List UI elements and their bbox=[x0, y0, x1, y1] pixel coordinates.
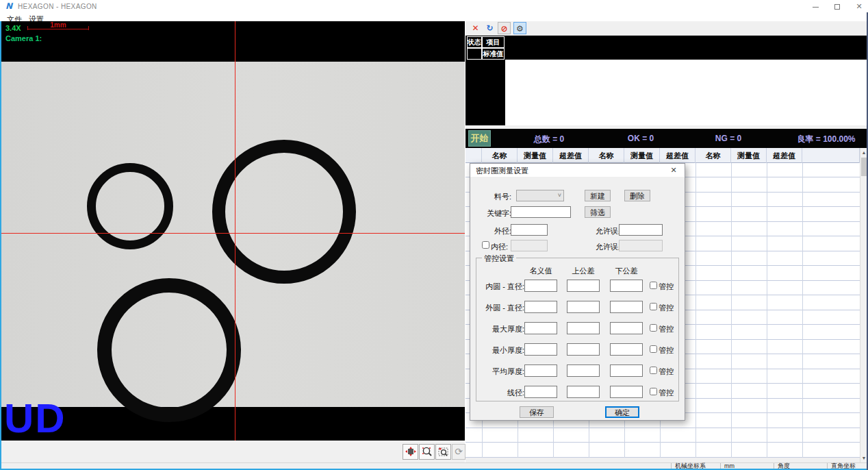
min-thickness-label: 最小厚度: bbox=[481, 345, 524, 356]
wire-diameter-control-checkbox[interactable] bbox=[650, 388, 657, 395]
wire-diameter-lower-tol-input[interactable] bbox=[610, 386, 643, 398]
max-thickness-label: 最大厚度: bbox=[481, 324, 524, 334]
save-button[interactable]: 保存 bbox=[520, 406, 554, 418]
stat-item: NG = 0 bbox=[715, 134, 741, 143]
stat-item: OK = 0 bbox=[628, 134, 654, 143]
grid-vertical-line bbox=[767, 163, 767, 458]
magnification-label: 3.4X bbox=[5, 24, 21, 32]
refresh-view-button-disabled: ⟳ bbox=[452, 444, 465, 460]
min-thickness-control-checkbox[interactable] bbox=[650, 345, 657, 353]
results-table-header: 名称测量值超差值名称测量值超差值名称测量值超差值 bbox=[465, 148, 860, 163]
outer-diameter-input[interactable] bbox=[511, 224, 548, 236]
minimize-button[interactable] bbox=[806, 0, 824, 12]
min-thickness-control-label: 管控 bbox=[659, 345, 674, 356]
max-thickness-control-checkbox[interactable] bbox=[650, 324, 657, 332]
results-table-footer bbox=[465, 458, 867, 462]
outer-circle-diameter-nominal-input[interactable] bbox=[524, 301, 557, 313]
filter-button[interactable]: 筛选 bbox=[585, 206, 611, 218]
avg-thickness-control-label: 管控 bbox=[659, 367, 674, 377]
program-header-band bbox=[465, 36, 867, 60]
settings-gear-button[interactable]: ⚙ bbox=[513, 22, 526, 34]
control-settings-group: 管控设置 名义值上公差下公差内圆 - 直径:管控外圆 - 直径:管控最大厚度:管… bbox=[476, 258, 679, 401]
camera-viewport: 3.4X 1mm Camera 1: UD bbox=[1, 21, 465, 441]
camera-image bbox=[1, 62, 465, 407]
scrollbar-thumb[interactable] bbox=[861, 158, 867, 176]
region-zoom-button[interactable] bbox=[435, 444, 451, 460]
outer-diameter-label: 外径: bbox=[476, 226, 511, 236]
tolerance-column-header: 下公差 bbox=[610, 266, 643, 276]
disable-item-button[interactable]: ⊘ bbox=[498, 22, 511, 34]
tolerance-column-header: 上公差 bbox=[567, 266, 600, 276]
grid-vertical-line bbox=[802, 163, 803, 458]
scale-tick-left bbox=[27, 26, 28, 30]
inner-circle-diameter-control-checkbox[interactable] bbox=[650, 282, 657, 289]
delete-item-button[interactable]: ✕ bbox=[469, 22, 482, 34]
delete-button[interactable]: 删除 bbox=[624, 190, 650, 201]
seal-ring-small bbox=[87, 163, 173, 249]
control-settings-title: 管控设置 bbox=[482, 253, 516, 264]
dialog-close-button[interactable]: ✕ bbox=[664, 164, 683, 177]
avg-thickness-upper-tol-input[interactable] bbox=[567, 364, 600, 377]
inner-circle-diameter-upper-tol-input[interactable] bbox=[567, 280, 600, 292]
outer-tolerance-input[interactable] bbox=[619, 224, 663, 236]
restore-icon bbox=[834, 4, 840, 10]
results-column-header: 超差值 bbox=[660, 148, 695, 163]
dialog-title-bar: 密封圈测量设置 ✕ bbox=[470, 164, 685, 177]
region-zoom-icon bbox=[438, 447, 449, 457]
min-thickness-lower-tol-input[interactable] bbox=[610, 343, 643, 356]
max-thickness-control-label: 管控 bbox=[659, 324, 674, 334]
results-column-header: 名称 bbox=[482, 148, 518, 163]
seal-ring-large bbox=[212, 140, 356, 284]
program-item-area: 状态项目标准值 bbox=[465, 36, 867, 125]
avg-thickness-label: 平均厚度: bbox=[481, 367, 524, 377]
min-thickness-nominal-input[interactable] bbox=[524, 343, 557, 356]
camera-name-label: Camera 1: bbox=[5, 34, 42, 42]
keyword-input[interactable] bbox=[511, 206, 571, 218]
ok-button[interactable]: 确定 bbox=[605, 406, 639, 418]
inner-circle-diameter-nominal-input[interactable] bbox=[524, 280, 557, 292]
avg-thickness-lower-tol-input[interactable] bbox=[610, 364, 643, 377]
wire-diameter-nominal-input[interactable] bbox=[524, 386, 557, 398]
outer-circle-diameter-upper-tol-input[interactable] bbox=[567, 301, 600, 313]
camera-toolbar: ⟳ bbox=[1, 441, 465, 462]
inner-diameter-input bbox=[511, 240, 548, 251]
start-button[interactable]: 开始 bbox=[468, 130, 491, 147]
status-bar: 机械坐标系mm角度直角坐标 bbox=[0, 462, 868, 469]
new-button[interactable]: 新建 bbox=[585, 190, 611, 201]
refresh-items-button[interactable]: ↻ bbox=[483, 22, 496, 34]
inner-circle-diameter-lower-tol-input[interactable] bbox=[610, 280, 643, 292]
window-edge-left bbox=[0, 21, 1, 470]
orientation-watermark: UD bbox=[4, 398, 66, 439]
restore-button[interactable] bbox=[828, 0, 846, 12]
menu-bar: 文件设置 bbox=[0, 12, 868, 21]
wire-diameter-label: 线径: bbox=[481, 388, 524, 398]
outer-circle-diameter-control-checkbox[interactable] bbox=[650, 303, 657, 310]
avg-thickness-nominal-input[interactable] bbox=[524, 364, 557, 377]
min-thickness-upper-tol-input[interactable] bbox=[567, 343, 600, 356]
inner-circle-diameter-control-label: 管控 bbox=[659, 282, 674, 292]
statistics-bar: 开始 总数 = 0OK = 0NG = 0良率 = 100.00% bbox=[465, 129, 867, 148]
actual-size-button[interactable] bbox=[403, 444, 418, 460]
app-logo-icon: N bbox=[5, 1, 12, 11]
grid-vertical-line bbox=[731, 163, 732, 458]
zoom-button[interactable] bbox=[419, 444, 435, 460]
close-window-button[interactable]: ✕ bbox=[850, 0, 868, 12]
max-thickness-lower-tol-input[interactable] bbox=[610, 322, 643, 334]
program-header-cell: 项目 bbox=[482, 36, 505, 48]
results-scrollbar[interactable]: ▲ ▼ bbox=[860, 148, 867, 462]
inner-diameter-checkbox[interactable] bbox=[482, 241, 489, 249]
inner-circle-diameter-label: 内圆 - 直径: bbox=[481, 282, 524, 292]
max-thickness-nominal-input[interactable] bbox=[524, 322, 557, 334]
max-thickness-upper-tol-input[interactable] bbox=[567, 322, 600, 334]
results-status-column-header bbox=[465, 148, 482, 163]
title-bar: N HEXAGON - HEXAGON ✕ bbox=[0, 0, 868, 12]
results-column-header bbox=[802, 148, 860, 163]
scale-label: 1mm bbox=[27, 21, 89, 29]
window-title: HEXAGON - HEXAGON bbox=[18, 3, 97, 10]
avg-thickness-control-checkbox[interactable] bbox=[650, 367, 657, 374]
results-column-header: 名称 bbox=[695, 148, 731, 163]
part-number-dropdown[interactable]: ˅ bbox=[516, 190, 564, 201]
inner-diameter-label: 内径: bbox=[491, 242, 511, 252]
outer-circle-diameter-lower-tol-input[interactable] bbox=[610, 301, 643, 313]
wire-diameter-upper-tol-input[interactable] bbox=[567, 386, 600, 398]
